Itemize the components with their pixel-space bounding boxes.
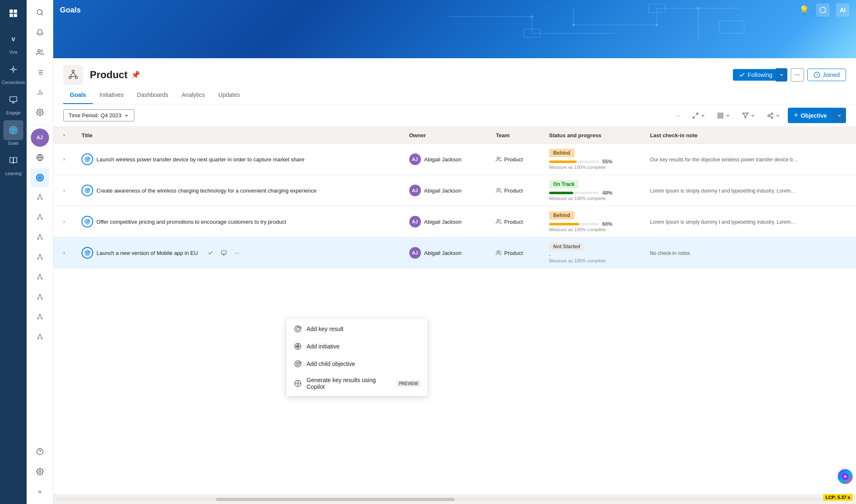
sidebar-expand[interactable]: » bbox=[31, 482, 49, 501]
following-button[interactable]: Following bbox=[733, 69, 778, 81]
nav-item-viva[interactable]: V Viva bbox=[0, 27, 27, 57]
sidebar-settings[interactable] bbox=[31, 103, 49, 121]
status-badge-3: Behind bbox=[549, 211, 574, 220]
toolbar-more-btn[interactable]: ··· bbox=[672, 110, 685, 121]
joined-button[interactable]: Joined bbox=[807, 69, 846, 81]
tab-dashboards[interactable]: Dashboards bbox=[130, 88, 175, 104]
menu-add-child-objective[interactable]: Add child objective bbox=[287, 355, 427, 373]
objective-dropdown[interactable] bbox=[833, 110, 846, 121]
row-4-more[interactable]: ··· bbox=[231, 247, 243, 259]
tab-updates[interactable]: Updates bbox=[212, 88, 247, 104]
svg-line-37 bbox=[40, 196, 42, 198]
copilot-ring-icon[interactable] bbox=[816, 3, 829, 17]
lightbulb-icon[interactable]: 💡 bbox=[799, 5, 809, 15]
nav-label-viva: Viva bbox=[9, 50, 17, 54]
tab-analytics[interactable]: Analytics bbox=[175, 88, 212, 104]
menu-generate-copilot[interactable]: Generate key results using Copilot PREVI… bbox=[287, 373, 427, 394]
menu-add-key-result[interactable]: Add key result bbox=[287, 320, 427, 338]
svg-rect-101 bbox=[721, 113, 723, 115]
svg-point-45 bbox=[41, 238, 42, 240]
row-2-title[interactable]: Create awareness of the wireless chargin… bbox=[96, 188, 317, 194]
row-4-details[interactable] bbox=[218, 247, 230, 259]
svg-point-54 bbox=[37, 278, 39, 279]
col-title: Title bbox=[75, 127, 403, 144]
add-objective-button[interactable]: + Objective bbox=[788, 108, 846, 123]
row-4-check[interactable] bbox=[205, 247, 216, 259]
avatar-3: AJ bbox=[409, 216, 421, 227]
page-tabs: Goals Initiatives Dashboards Analytics U… bbox=[63, 88, 846, 104]
row-expander-3[interactable]: › bbox=[60, 217, 68, 226]
bottom-scrollbar-bar bbox=[53, 494, 856, 504]
sidebar-bell[interactable] bbox=[31, 23, 49, 42]
svg-point-14 bbox=[12, 129, 14, 131]
time-period-button[interactable]: Time Period: Q4 2023 bbox=[63, 109, 134, 121]
table-row: › Create awareness of the wireless charg… bbox=[53, 175, 856, 206]
sidebar-list[interactable] bbox=[31, 63, 49, 82]
svg-point-65 bbox=[41, 318, 42, 319]
toolbar-expand-btn[interactable] bbox=[688, 110, 710, 121]
account-icon[interactable]: AI bbox=[836, 3, 849, 17]
svg-point-91 bbox=[72, 70, 74, 72]
row-4-title[interactable]: Launch a new version of Mobile app in EU bbox=[96, 250, 198, 256]
row-expander-4[interactable]: › bbox=[60, 249, 68, 257]
sidebar-node-5[interactable] bbox=[31, 268, 49, 287]
measure-2: Measure as 100% complete bbox=[549, 196, 637, 201]
sidebar-globe[interactable] bbox=[31, 148, 49, 167]
nav-item-learning[interactable]: Learning bbox=[0, 148, 27, 178]
scrollbar-thumb[interactable] bbox=[216, 498, 455, 501]
expand-all[interactable]: › bbox=[60, 131, 68, 139]
nav-item-engage[interactable]: Engage bbox=[0, 87, 27, 118]
app-title: Goals bbox=[60, 6, 81, 15]
sidebar-help[interactable] bbox=[31, 442, 49, 461]
sidebar-insights[interactable] bbox=[31, 83, 49, 101]
context-menu: Add key result Add initiative bbox=[286, 318, 428, 396]
svg-rect-102 bbox=[721, 116, 723, 118]
svg-line-66 bbox=[38, 316, 40, 318]
row-1-title[interactable]: Launch wireless power transfer device by… bbox=[96, 156, 304, 163]
col-expand: › bbox=[53, 127, 75, 144]
table-row: › Offer competitive pricing and promotio… bbox=[53, 206, 856, 237]
nav-apps-grid[interactable] bbox=[3, 3, 23, 23]
toolbar-share-btn[interactable] bbox=[763, 110, 784, 121]
menu-add-initiative[interactable]: Add initiative bbox=[287, 338, 427, 355]
tab-initiatives[interactable]: Initiatives bbox=[93, 88, 130, 104]
toolbar-filter-btn[interactable] bbox=[738, 110, 760, 121]
sidebar-node-6[interactable] bbox=[31, 288, 49, 306]
copilot-icon bbox=[293, 379, 302, 388]
svg-point-75 bbox=[39, 471, 41, 473]
row-3-title[interactable]: Offer competitive pricing and promotions… bbox=[96, 219, 286, 225]
sidebar-node-1[interactable] bbox=[31, 188, 49, 207]
toolbar-grid-btn[interactable] bbox=[713, 110, 735, 121]
sidebar-settings-bottom[interactable] bbox=[31, 462, 49, 481]
sidebar-node-2[interactable] bbox=[31, 208, 49, 227]
svg-line-99 bbox=[693, 116, 695, 118]
nav-item-connections[interactable]: Connections bbox=[0, 57, 27, 87]
horizontal-scrollbar[interactable] bbox=[57, 498, 853, 501]
measure-1: Measure as 100% complete bbox=[549, 165, 637, 170]
sidebar-node-8[interactable] bbox=[31, 328, 49, 346]
more-actions-button[interactable]: ··· bbox=[791, 68, 804, 82]
sidebar-user-avatar[interactable]: AJ bbox=[31, 128, 49, 147]
following-dropdown[interactable] bbox=[776, 68, 787, 82]
checkin-3: Lorem Ipsum is simply dummy t and typese… bbox=[650, 219, 796, 225]
row-expander-2[interactable]: › bbox=[60, 186, 68, 195]
measure-3: Measure as 100% complete bbox=[549, 227, 637, 232]
svg-line-57 bbox=[40, 276, 42, 278]
app-topbar: Goals 💡 AI bbox=[53, 0, 856, 20]
nav-item-goals[interactable]: Goals bbox=[0, 118, 27, 148]
pin-icon[interactable]: 📌 bbox=[131, 70, 140, 79]
sidebar-node-7[interactable] bbox=[31, 308, 49, 326]
main-content: Goals 💡 AI bbox=[53, 0, 856, 504]
svg-point-124 bbox=[87, 252, 87, 253]
sidebar-node-3[interactable] bbox=[31, 228, 49, 247]
svg-point-86 bbox=[656, 24, 658, 26]
sidebar-node-4[interactable] bbox=[31, 248, 49, 267]
avatar-2: AJ bbox=[409, 185, 421, 196]
copilot-floating-button[interactable] bbox=[838, 469, 853, 484]
progress-bar-1 bbox=[549, 161, 599, 163]
row-expander-1[interactable]: › bbox=[60, 155, 68, 163]
sidebar-goals-active[interactable] bbox=[31, 168, 49, 187]
tab-goals[interactable]: Goals bbox=[63, 88, 93, 104]
sidebar-org[interactable] bbox=[31, 43, 49, 62]
sidebar-search[interactable] bbox=[31, 3, 49, 22]
